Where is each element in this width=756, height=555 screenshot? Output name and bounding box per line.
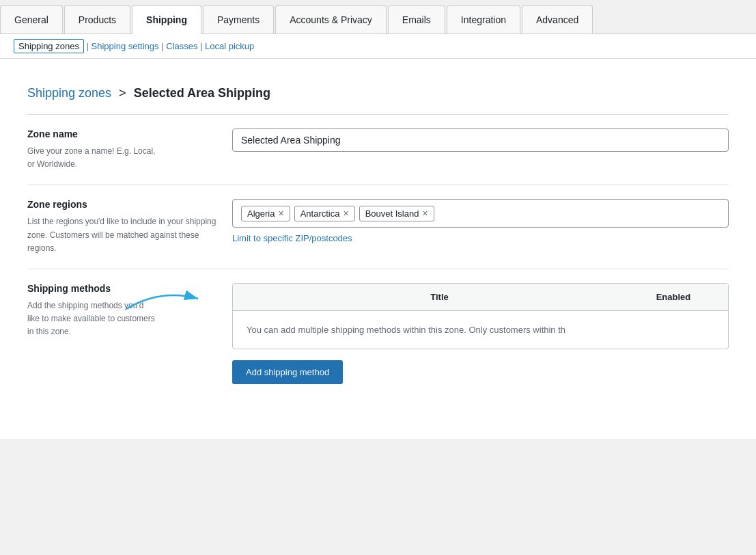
tag-bouvet-island: Bouvet Island × xyxy=(359,206,434,221)
limit-zip-link[interactable]: Limit to specific ZIP/postcodes xyxy=(232,233,352,243)
tab-general[interactable]: General xyxy=(0,5,63,33)
tag-antarctica: Antarctica × xyxy=(294,206,355,221)
breadcrumb: Shipping zones > Selected Area Shipping xyxy=(27,86,729,114)
tag-bouvet-island-label: Bouvet Island xyxy=(365,208,419,219)
sub-nav: Shipping zones | Shipping settings | Cla… xyxy=(0,34,756,59)
table-body: You can add multiple shipping methods wi… xyxy=(233,311,728,349)
breadcrumb-current: Selected Area Shipping xyxy=(134,86,270,100)
tag-algeria-remove[interactable]: × xyxy=(278,208,283,218)
tag-algeria-label: Algeria xyxy=(247,208,275,219)
zone-regions-heading: Zone regions xyxy=(27,199,219,210)
zone-regions-input-col: Algeria × Antarctica × Bouvet Island × L… xyxy=(232,199,729,255)
col-enabled: Enabled xyxy=(632,292,714,302)
zone-name-input-col xyxy=(232,128,729,171)
main-content: Shipping zones > Selected Area Shipping … xyxy=(0,59,756,439)
tabs-wrapper: General Products Shipping Payments Accou… xyxy=(0,0,756,34)
shipping-methods-table-col: Title Enabled You can add multiple shipp… xyxy=(232,283,729,384)
shipping-methods-description: Add the shipping methods you'd like to m… xyxy=(27,299,219,339)
zone-name-heading: Zone name xyxy=(27,128,219,139)
tag-antarctica-label: Antarctica xyxy=(300,208,340,219)
top-tabs: General Products Shipping Payments Accou… xyxy=(0,0,756,34)
zone-name-description: Give your zone a name! E.g. Local, or Wo… xyxy=(27,145,219,171)
zone-regions-tags-input[interactable]: Algeria × Antarctica × Bouvet Island × xyxy=(232,199,729,228)
subnav-local-pickup[interactable]: Local pickup xyxy=(205,41,254,51)
subnav-shipping-settings[interactable]: Shipping settings xyxy=(92,41,159,51)
zone-regions-section: Zone regions List the regions you'd like… xyxy=(27,185,729,269)
col-title: Title xyxy=(247,292,632,302)
page-wrapper: General Products Shipping Payments Accou… xyxy=(0,0,756,555)
shipping-methods-label-col: Shipping methods Add the shipping method… xyxy=(27,283,219,384)
shipping-methods-section: Shipping methods Add the shipping method… xyxy=(27,269,729,398)
tab-emails[interactable]: Emails xyxy=(388,5,445,33)
zone-regions-description: List the regions you'd like to include i… xyxy=(27,215,219,255)
subnav-shipping-zones[interactable]: Shipping zones xyxy=(14,39,84,53)
subnav-classes[interactable]: Classes xyxy=(166,41,197,51)
tag-bouvet-island-remove[interactable]: × xyxy=(422,208,428,218)
zone-name-section: Zone name Give your zone a name! E.g. Lo… xyxy=(27,114,729,185)
breadcrumb-parent-link[interactable]: Shipping zones xyxy=(27,86,111,100)
table-empty-text: You can add multiple shipping methods wi… xyxy=(247,325,565,335)
subnav-sep-1: | xyxy=(87,41,92,51)
tab-products[interactable]: Products xyxy=(64,5,130,33)
inner-content: Shipping zones > Selected Area Shipping … xyxy=(14,72,742,411)
shipping-methods-table: Title Enabled You can add multiple shipp… xyxy=(232,283,729,349)
tab-shipping[interactable]: Shipping xyxy=(132,5,201,34)
add-shipping-method-button[interactable]: Add shipping method xyxy=(232,360,343,384)
zone-name-label-col: Zone name Give your zone a name! E.g. Lo… xyxy=(27,128,219,171)
tab-payments[interactable]: Payments xyxy=(203,5,274,33)
tag-algeria: Algeria × xyxy=(241,206,290,221)
breadcrumb-separator: > xyxy=(119,86,126,100)
tab-advanced[interactable]: Advanced xyxy=(522,5,593,33)
zone-regions-label-col: Zone regions List the regions you'd like… xyxy=(27,199,219,255)
subnav-sep-3: | xyxy=(200,41,205,51)
table-header: Title Enabled xyxy=(233,284,728,311)
shipping-methods-heading: Shipping methods xyxy=(27,283,219,294)
tab-integration[interactable]: Integration xyxy=(447,5,520,33)
zone-name-input[interactable] xyxy=(232,128,729,152)
tag-antarctica-remove[interactable]: × xyxy=(343,208,348,218)
tab-accounts-privacy[interactable]: Accounts & Privacy xyxy=(275,5,387,33)
